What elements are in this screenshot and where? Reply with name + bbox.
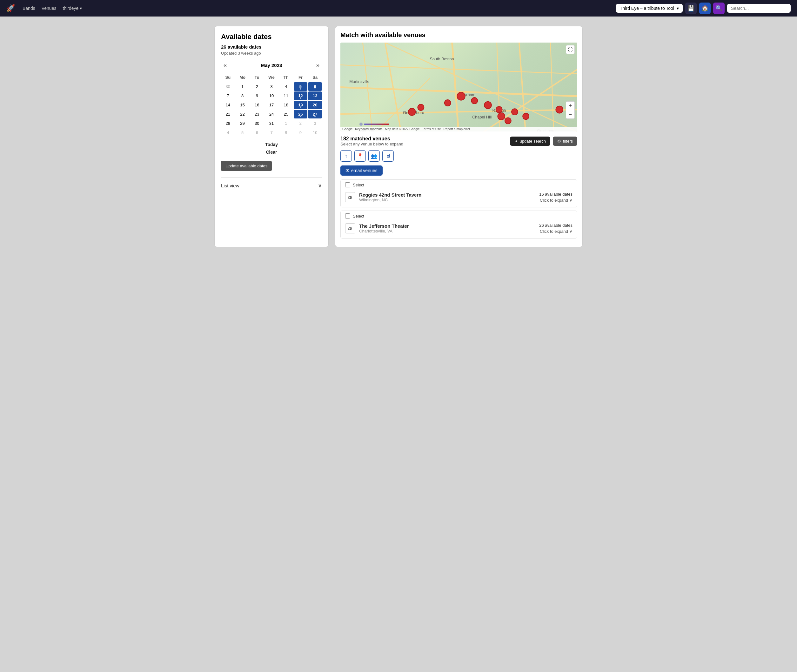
map-expand-button[interactable]: ⛶ [566,45,575,54]
band-selector[interactable]: Third Eye – a tribute to Tool ▾ [616,4,683,13]
venue-expand-label: Click to expand [540,229,568,234]
search-icon: 🔍 [716,5,722,12]
calendar-day[interactable]: 10 [308,128,322,137]
match-title: Match with available venues [340,32,577,39]
calendar-day[interactable]: 7 [221,91,235,100]
zoom-out-button[interactable]: − [566,110,574,118]
calendar-day[interactable]: 20+ [308,101,322,109]
svg-point-34 [556,106,563,114]
calendar-day[interactable]: 4 [279,82,293,91]
calendar-day[interactable]: 1 [279,119,293,128]
update-dates-button[interactable]: Update available dates [221,161,272,171]
people-icon-button[interactable]: 👥 [368,150,380,162]
calendar-day[interactable]: 30 [250,119,264,128]
calendar-day[interactable]: 5+ [294,82,308,91]
location-icon-button[interactable]: 📍 [355,150,366,162]
calendar-day[interactable]: 9 [250,91,264,100]
filters-icon: ⚙ [557,139,561,144]
calendar-next[interactable]: » [314,61,322,70]
email-venues-label: email venues [351,168,377,173]
svg-point-26 [457,92,465,100]
calendar-day[interactable]: 10 [265,91,278,100]
calendar-day[interactable]: 14 [221,101,235,109]
venue-expand-button[interactable]: Click to expand ∨ [539,229,572,234]
calendar-day[interactable]: 27+ [308,110,322,118]
app-logo[interactable]: 🚀 [6,4,15,13]
calendar-day[interactable]: 18 [279,101,293,109]
calendar-day[interactable]: 28 [221,119,235,128]
calendar-day[interactable]: 30 [221,82,235,91]
calendar-day[interactable]: 31 [265,119,278,128]
filters-button[interactable]: ⚙ filters [553,136,577,146]
calendar-day[interactable]: 1 [236,82,249,91]
calendar-day[interactable]: 8 [236,91,249,100]
clear-link[interactable]: Clear [221,148,322,156]
home-icon-button[interactable]: 🏠 [699,3,711,14]
nav-thirdeye-dropdown[interactable]: thirdeye ▾ [62,6,82,11]
search-icon-button[interactable]: 🔍 [713,3,725,14]
main-content: Available dates 26 available dates Updat… [208,16,589,257]
calendar-day[interactable]: 25 [279,110,293,118]
calendar-day[interactable]: 19+ [294,101,308,109]
calendar-day[interactable]: 3 [308,119,322,128]
calendar-month: May 2023 [261,62,282,68]
updated-text: Updated 3 weeks ago [221,51,322,56]
calendar-day[interactable]: 29 [236,119,249,128]
control-buttons: ✦ update search ⚙ filters [510,136,577,146]
email-venues-button[interactable]: ✉ email venues [340,165,383,176]
calendar-day[interactable]: 12+ [294,91,308,100]
nav-venues[interactable]: Venues [42,6,56,11]
calendar-day[interactable]: 11 [279,91,293,100]
venue-checkbox[interactable] [345,182,350,187]
calendar-day[interactable]: 21 [221,110,235,118]
calendar-day[interactable]: 13+ [308,91,322,100]
venue-select-row: Select [341,211,577,219]
svg-point-33 [523,113,529,119]
save-icon-button[interactable]: 💾 [685,3,696,14]
svg-text:South Boston: South Boston [430,57,454,61]
calendar-day[interactable]: 4 [221,128,235,137]
map-scale [359,123,389,126]
list-view-section[interactable]: List view ∨ [221,177,322,189]
calendar-day[interactable]: 6 [250,128,264,137]
venue-ticket-icon: 🎟 [345,223,355,234]
sort-icon-button[interactable]: ↕ [340,150,352,162]
save-icon: 💾 [687,5,695,12]
calendar-day[interactable]: 7 [265,128,278,137]
zoom-in-button[interactable]: + [566,102,574,110]
svg-text:Martinsville: Martinsville [349,79,369,84]
calendar-day[interactable]: 2 [294,119,308,128]
calendar-day[interactable]: 26+ [294,110,308,118]
nav-bands[interactable]: Bands [22,6,35,11]
calendar-day[interactable]: 15 [236,101,249,109]
svg-text:Chapel Hill: Chapel Hill [472,115,492,119]
monitor-icon-button[interactable]: 🖥 [382,150,394,162]
update-search-button[interactable]: ✦ update search [510,136,550,146]
calendar-day[interactable]: 5 [236,128,249,137]
calendar-day[interactable]: 9 [294,128,308,137]
venue-info: Reggies 42nd Street Tavern Wilmington, N… [359,192,535,202]
calendar-day[interactable]: 23 [250,110,264,118]
calendar-day[interactable]: 8 [279,128,293,137]
calendar-day[interactable]: 3 [265,82,278,91]
expand-icon: ⛶ [568,47,572,52]
calendar-day[interactable]: 16 [250,101,264,109]
available-count: 26 available dates [221,44,322,50]
venue-list: Select 🎟 Reggies 42nd Street Tavern Wilm… [340,179,577,238]
svg-point-27 [471,98,478,104]
venue-info: The Jefferson Theater Charlottesville, V… [359,223,535,234]
today-link[interactable]: Today [221,141,322,148]
svg-line-11 [430,69,577,131]
calendar-day[interactable]: 6+ [308,82,322,91]
venue-header: 🎟 The Jefferson Theater Charlottesville,… [341,219,577,238]
map-zoom-controls: + − [566,101,575,119]
venue-checkbox[interactable] [345,213,350,219]
calendar-prev[interactable]: « [221,61,229,70]
search-input[interactable] [727,4,791,13]
calendar-day[interactable]: 2 [250,82,264,91]
venue-expand-button[interactable]: Click to expand ∨ [539,198,572,203]
calendar-day[interactable]: 24 [265,110,278,118]
calendar-day[interactable]: 22 [236,110,249,118]
calendar-day[interactable]: 17 [265,101,278,109]
email-icon: ✉ [345,168,349,173]
